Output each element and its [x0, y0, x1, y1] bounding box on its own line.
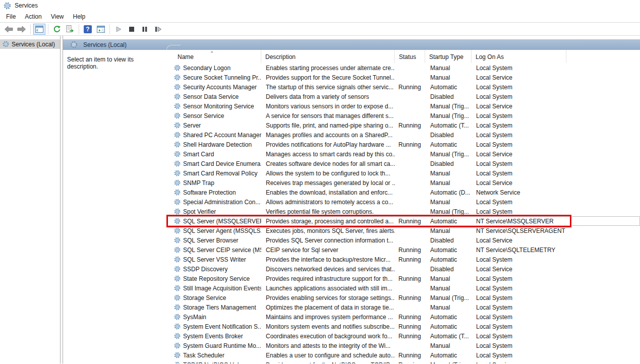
service-log-on-as: Local Service [472, 103, 566, 110]
service-description: Allows administrators to remotely access… [261, 199, 395, 206]
pause-service-icon[interactable] [139, 24, 151, 35]
service-startup-type: Manual [425, 179, 472, 187]
refresh-icon[interactable] [51, 24, 63, 35]
service-gear-icon [174, 65, 181, 71]
service-status: Running [395, 218, 425, 225]
service-log-on-as: Local System [472, 141, 566, 148]
service-log-on-as: Local System [472, 333, 566, 340]
service-startup-type: Manual [425, 304, 472, 311]
service-startup-type: Disabled [425, 266, 472, 273]
description-hint: Select an item to view its description. [67, 56, 134, 70]
table-row[interactable]: SysMain Maintains and improves system pe… [166, 312, 640, 322]
table-row[interactable]: Sensor Data Service Delivers data from a… [166, 92, 640, 101]
table-row[interactable]: TCP/IP NetBIOS Hel... Provides support f… [166, 360, 640, 363]
table-row[interactable]: Smart Card Removal Policy Allows the sys… [166, 168, 640, 178]
toolbar-separator [30, 24, 31, 34]
service-gear-icon [174, 247, 181, 253]
service-name: SQL Server Browser [183, 237, 239, 244]
table-row[interactable]: Software Protection Enables the download… [166, 188, 640, 197]
help-icon[interactable]: ? [82, 24, 94, 35]
column-header-log-on-as[interactable]: Log On As [472, 50, 566, 63]
service-name: SQL Server (MSSQLSERVER) [183, 218, 261, 225]
table-row[interactable]: Storage Service Provides enabling servic… [166, 293, 640, 302]
service-gear-icon [174, 84, 181, 90]
column-header-name[interactable]: ^ Name [166, 50, 261, 63]
show-console-tree-icon[interactable] [33, 24, 45, 35]
service-startup-type: Automatic (T... [425, 333, 472, 340]
service-name: Security Accounts Manager [183, 84, 257, 91]
column-header-description[interactable]: Description [261, 50, 395, 63]
table-row[interactable]: Secure Socket Tunneling Pr... Provides s… [166, 73, 640, 82]
table-row[interactable]: Smart Card Device Enumera... Creates sof… [166, 159, 640, 168]
service-gear-icon [174, 314, 181, 320]
service-name: Server [183, 122, 201, 129]
table-row[interactable]: Sensor Monitoring Service Monitors vario… [166, 101, 640, 111]
table-row[interactable]: SQL Server CEIP service (MS... CEIP serv… [166, 245, 640, 255]
service-name: SQL Server Agent (MSSQLS... [183, 227, 261, 234]
table-row[interactable]: Spot Verifier Verifies potential file sy… [166, 207, 640, 216]
menu-view[interactable]: View [46, 12, 69, 22]
table-row[interactable]: SSDP Discovery Discovers networked devic… [166, 264, 640, 274]
column-header-startup-type[interactable]: Startup Type [425, 50, 472, 63]
service-status: Running [395, 275, 425, 282]
service-startup-type: Manual [425, 65, 472, 72]
service-log-on-as: Local Service [472, 74, 566, 81]
service-log-on-as: Local System [472, 342, 566, 349]
table-row[interactable]: State Repository Service Provides requir… [166, 274, 640, 283]
sidebar-item-services-local[interactable]: Services (Local) [0, 39, 60, 49]
sort-asc-icon: ^ [211, 50, 213, 55]
table-row[interactable]: Server Supports file, print, and named-p… [166, 120, 640, 130]
table-row[interactable]: Security Accounts Manager The startup of… [166, 82, 640, 92]
service-gear-icon [174, 294, 181, 301]
service-startup-type: Manual (Trig... [425, 361, 472, 364]
service-description: Supports file, print, and named-pipe sha… [261, 122, 395, 129]
service-log-on-as: Local System [472, 160, 566, 167]
table-row[interactable]: System Guard Runtime Mo... Monitors and … [166, 341, 640, 350]
table-row[interactable]: SQL Server Agent (MSSQLS... Executes job… [166, 226, 640, 235]
service-gear-icon [174, 275, 181, 282]
service-description: Launches applications associated with st… [261, 285, 395, 292]
table-row[interactable]: SQL Server Browser Provides SQL Server c… [166, 235, 640, 245]
table-row[interactable]: Shared PC Account Manager Manages profil… [166, 130, 640, 140]
show-action-pane-icon[interactable] [95, 24, 107, 35]
table-row[interactable]: SQL Server VSS Writer Provides the inter… [166, 255, 640, 264]
window-title: Services [15, 2, 38, 9]
stop-service-icon[interactable] [126, 24, 138, 35]
service-gear-icon [174, 342, 181, 349]
table-row[interactable]: Task Scheduler Enables a user to configu… [166, 350, 640, 360]
table-row[interactable]: Shell Hardware Detection Provides notifi… [166, 140, 640, 149]
table-row[interactable]: System Events Broker Coordinates executi… [166, 331, 640, 341]
table-row[interactable]: Sensor Service A service for sensors tha… [166, 111, 640, 120]
service-gear-icon [174, 141, 181, 148]
menu-help[interactable]: Help [69, 12, 90, 22]
service-gear-icon [174, 74, 181, 81]
service-startup-type: Disabled [425, 93, 472, 100]
table-row[interactable]: Still Image Acquisition Events Launches … [166, 283, 640, 293]
table-row[interactable]: Secondary Logon Enables starting process… [166, 63, 640, 73]
service-description: Provides notifications for AutoPlay hard… [261, 141, 395, 148]
services-app-icon [4, 2, 11, 10]
service-status: Running [395, 141, 425, 148]
table-row[interactable]: Smart Card Manages access to smart cards… [166, 149, 640, 159]
service-name: Secure Socket Tunneling Pr... [183, 74, 261, 81]
service-gear-icon [174, 208, 181, 215]
service-name: Smart Card [183, 151, 214, 158]
table-row[interactable]: Storage Tiers Management Optimizes the p… [166, 302, 640, 312]
service-gear-icon [174, 93, 181, 100]
table-row[interactable]: SNMP Trap Receives trap messages generat… [166, 178, 640, 188]
back-icon[interactable] [3, 24, 15, 35]
table-row[interactable]: Special Administration Con... Allows adm… [166, 197, 640, 207]
service-name: System Event Notification S... [183, 323, 261, 330]
table-row[interactable]: SQL Server (MSSQLSERVER) Provides storag… [166, 216, 640, 226]
export-list-icon[interactable] [64, 24, 76, 35]
menu-file[interactable]: File [0, 12, 20, 22]
forward-icon[interactable] [16, 24, 28, 35]
start-service-icon[interactable] [112, 24, 125, 35]
column-header-status[interactable]: Status [395, 50, 425, 63]
menu-action[interactable]: Action [20, 12, 46, 22]
table-row[interactable]: System Event Notification S... Monitors … [166, 322, 640, 331]
service-startup-type: Automatic [425, 247, 472, 254]
service-description: Provides support for the NetBIOS over TC… [261, 361, 395, 364]
service-gear-icon [174, 189, 181, 196]
restart-service-icon[interactable] [152, 24, 164, 35]
